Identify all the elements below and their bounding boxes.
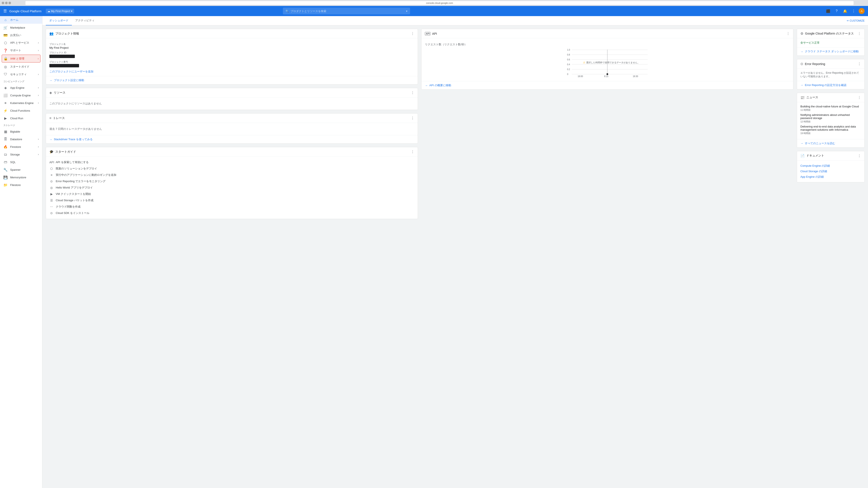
spanner-icon: 🔧: [3, 168, 8, 172]
tab-dashboard[interactable]: ダッシュボード: [46, 16, 72, 25]
add-user-link[interactable]: このプロジェクトにユーザーを追加: [50, 70, 414, 73]
news-menu[interactable]: ⋮: [858, 96, 861, 100]
browser-max-btn[interactable]: [8, 2, 11, 4]
docs-menu[interactable]: ⋮: [858, 154, 861, 158]
sidebar-item-filestore[interactable]: 📁 Filestore: [0, 181, 42, 189]
guide-item[interactable]: ☰Cloud Storage バケットを作成: [50, 197, 414, 203]
sidebar-item-start-guide[interactable]: ◎ スタートガイド: [0, 63, 42, 70]
sidebar-item-cloud-run[interactable]: ▶ Cloud Run: [0, 115, 42, 122]
start-guide-menu[interactable]: ⋮: [411, 150, 414, 154]
api-icon: API: [425, 32, 430, 35]
sidebar-item-home[interactable]: ⌂ ホーム: [0, 16, 42, 24]
error-reporting-menu[interactable]: ⋮: [858, 62, 861, 66]
doc-link[interactable]: Cloud Storage の詳細: [800, 169, 861, 174]
guide-item[interactable]: ⊙Cloud SDK をインストール: [50, 210, 414, 216]
support-chevron-icon: ›: [38, 49, 39, 52]
dashboard-grid: 👥 プロジェクト情報 ⋮ プロジェクト名 My First Project プロ…: [42, 25, 868, 488]
sidebar-api-label: API とサービス: [10, 41, 35, 45]
error-settings-link[interactable]: Error Reporting の設定方法を確認: [805, 83, 846, 87]
tab-bar: ダッシュボード アクティビティ ✏ CUSTOMIZE: [42, 16, 868, 25]
svg-text:選択した時間枠で使用できるデータがありません。: 選択した時間枠で使用できるデータがありません。: [586, 61, 640, 64]
project-selector[interactable]: ☁ My First Project ▾: [46, 9, 74, 13]
sidebar-item-storage[interactable]: 🗂 Storage ›: [0, 151, 42, 158]
guide-item[interactable]: ≡実行中のアプリケーションに動的ロギングを追加: [50, 172, 414, 178]
sidebar-item-app-engine[interactable]: ◈ App Engine ›: [0, 84, 42, 92]
tab-activity[interactable]: アクティビティ: [72, 16, 98, 25]
news-body: Building the cloud-native future at Goog…: [797, 102, 864, 139]
news-item-title[interactable]: Delivering end-to-end data analytics and…: [800, 125, 861, 131]
menu-icon[interactable]: ☰: [3, 9, 7, 13]
resources-menu[interactable]: ⋮: [411, 91, 414, 95]
sidebar-item-cloud-functions[interactable]: ⚡ Cloud Functions: [0, 107, 42, 115]
sidebar-item-marketplace[interactable]: 🛒 Marketplace: [0, 24, 42, 31]
sidebar-item-kubernetes[interactable]: ⎈ Kubernetes Engine ›: [0, 99, 42, 107]
guide-item[interactable]: ⬡既製のソリューションをデプロイ: [50, 165, 414, 172]
guide-item-label: API を探索して有効にする: [56, 160, 89, 164]
sidebar-item-security[interactable]: 🛡 セキュリティ ›: [0, 70, 42, 78]
doc-link[interactable]: Compute Engine の詳細: [800, 163, 861, 169]
left-column: 👥 プロジェクト情報 ⋮ プロジェクト名 My First Project プロ…: [46, 29, 418, 485]
api-menu[interactable]: ⋮: [786, 32, 790, 36]
sidebar-item-api[interactable]: ⬡ API とサービス ›: [0, 39, 42, 46]
browser-close-btn[interactable]: [2, 2, 4, 4]
sidebar-item-spanner[interactable]: 🔧 Spanner: [0, 166, 42, 173]
doc-link[interactable]: App Engine の詳細: [800, 174, 861, 180]
news-item-time: 19 時間前: [800, 132, 861, 135]
sidebar-item-datastore[interactable]: 🗄 Datastore ›: [0, 135, 42, 143]
sidebar-datastore-label: Datastore: [10, 138, 35, 141]
guide-item[interactable]: ◎Hello World アプリをデプロイ: [50, 185, 414, 191]
sidebar-bigtable-label: Bigtable: [10, 130, 39, 133]
sidebar-firestore-label: Firestore: [10, 145, 35, 149]
sidebar-cloud-run-label: Cloud Run: [10, 117, 39, 120]
all-news-link[interactable]: すべてのニュースを読む: [805, 141, 835, 145]
news-title: ニュース: [806, 96, 856, 99]
cloud-shell-icon[interactable]: ⬛: [825, 8, 832, 14]
search-input[interactable]: [290, 9, 404, 13]
gcp-dashboard-link[interactable]: クラウド ステータス ダッシュボードに移動: [805, 50, 859, 53]
trace-menu[interactable]: ⋮: [411, 116, 414, 120]
sidebar-item-billing[interactable]: 💳 お支払い: [0, 31, 42, 39]
guide-item[interactable]: ▶VM クイックスタートを開始: [50, 191, 414, 197]
trace-body: 過去 7 日間のトレースデータがありません: [46, 123, 418, 135]
api-chart: 1.0 0.8 0.6 0.4 0.2 0: [425, 48, 790, 78]
help-icon[interactable]: ?: [833, 8, 840, 14]
customize-button[interactable]: ✏ CUSTOMIZE: [847, 19, 865, 22]
error-reporting-desc: エラーがありません。Error Reporting が設定されていない可能性があ…: [800, 71, 861, 78]
avatar[interactable]: A: [859, 8, 865, 14]
sidebar-item-support[interactable]: ❓ サポート ›: [0, 46, 42, 54]
sidebar-home-label: ホーム: [10, 18, 39, 22]
billing-icon: 💳: [3, 33, 8, 37]
sidebar-item-iam[interactable]: 🔒 IAM と管理 ›: [2, 55, 40, 63]
api-link[interactable]: API の概要に移動: [429, 84, 451, 87]
trace-link[interactable]: Stackdriver Trace を使ってみる: [54, 137, 93, 141]
arrow-right-icon: →: [50, 79, 52, 82]
guide-item[interactable]: ⋯クラウド関数を作成: [50, 203, 414, 210]
sidebar-item-compute-engine[interactable]: ⬜ Compute Engine ›: [0, 92, 42, 99]
news-item-title[interactable]: Notifying administrators about unhashed …: [800, 113, 861, 120]
error-arrow-icon: →: [800, 84, 803, 87]
gcp-status-menu[interactable]: ⋮: [858, 32, 861, 36]
news-item-title[interactable]: Building the cloud-native future at Goog…: [800, 105, 861, 108]
address-bar[interactable]: console.cloud.google.com: [25, 1, 854, 5]
notifications-icon[interactable]: 🔔: [842, 8, 848, 14]
api-title: API: [432, 32, 785, 35]
sidebar-security-label: セキュリティ: [10, 72, 35, 76]
sidebar-item-bigtable[interactable]: ▦ Bigtable: [0, 128, 42, 135]
filestore-icon: 📁: [3, 183, 8, 187]
browser-min-btn[interactable]: [5, 2, 8, 4]
guide-item[interactable]: ⊙Error Reporting でエラーをモニタリング: [50, 178, 414, 185]
resources-card: ◈ リソース ⋮ このプロジェクトにリソースはありません: [46, 88, 418, 110]
sidebar-item-sql[interactable]: 🗃 SQL: [0, 158, 42, 166]
sidebar-item-firestore[interactable]: 🔥 Firestore ›: [0, 143, 42, 151]
start-guide-card: 🎓 スタートガイド ⋮ APIAPI を探索して有効にする⬡既製のソリューション…: [46, 147, 418, 219]
resources-body: このプロジェクトにリソースはありません: [46, 97, 418, 110]
svg-point-13: [607, 73, 608, 75]
sidebar-item-memorystore[interactable]: 💾 Memorystore: [0, 173, 42, 181]
project-icon: ☁: [48, 9, 50, 13]
search-bar[interactable]: 🔍 ▾: [283, 8, 410, 14]
project-settings-link[interactable]: プロジェクト設定に移動: [54, 78, 84, 82]
project-info-menu[interactable]: ⋮: [411, 32, 414, 36]
guide-item[interactable]: APIAPI を探索して有効にする: [50, 159, 414, 165]
sidebar-filestore-label: Filestore: [10, 184, 39, 187]
settings-icon[interactable]: ⋮: [850, 8, 857, 14]
